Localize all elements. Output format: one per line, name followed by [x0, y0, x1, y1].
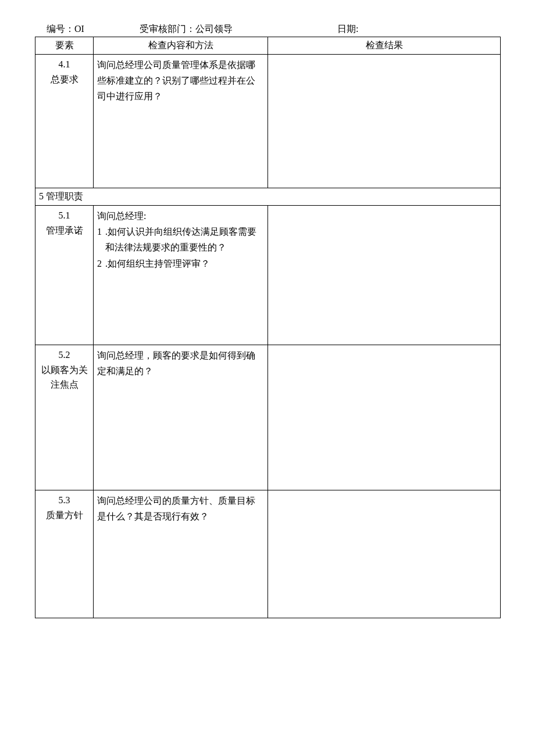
table-row: 5.1 管理承诺 询问总经理: 1 .如何认识并向组织传达满足顾客需要和法律法规… — [35, 206, 501, 345]
element-name: 以顾客为关注焦点 — [39, 363, 90, 392]
audit-dept: 受审核部门：公司领导 — [105, 23, 302, 35]
meta-row: 编号：OI 受审核部门：公司领导 日期: — [35, 23, 500, 35]
list-item: 1 .如何认识并向组织传达满足顾客需要和法律法规要求的重要性的？ — [97, 224, 264, 255]
result-cell — [268, 490, 501, 618]
result-cell — [268, 206, 501, 345]
result-cell — [268, 55, 501, 188]
list-number: 2 — [97, 256, 105, 271]
element-number: 5.2 — [39, 347, 90, 363]
element-number: 4.1 — [39, 57, 90, 72]
numbered-list: 1 .如何认识并向组织传达满足顾客需要和法律法规要求的重要性的？ 2 .如何组织… — [97, 224, 264, 271]
header-result: 检查结果 — [268, 37, 501, 55]
audit-table: 要素 检查内容和方法 检查结果 4.1 总要求 询问总经理公司质量管理体系是依据… — [35, 37, 501, 618]
doc-date: 日期: — [302, 23, 500, 35]
table-row: 5.3 质量方针 询问总经理公司的质量方针、质量目标是什么？其是否现行有效？ — [35, 490, 501, 618]
list-item: 2 .如何组织主持管理评审？ — [97, 256, 264, 271]
element-number: 5.1 — [39, 208, 90, 223]
list-text: .如何组织主持管理评审？ — [105, 256, 264, 271]
element-cell: 4.1 总要求 — [35, 55, 94, 188]
content-cell: 询问总经理公司质量管理体系是依据哪些标准建立的？识别了哪些过程并在公司中进行应用… — [94, 55, 268, 188]
section-title: 5 管理职责 — [35, 188, 501, 206]
table-row: 5.2 以顾客为关注焦点 询问总经理，顾客的要求是如何得到确定和满足的？ — [35, 345, 501, 490]
table-header-row: 要素 检查内容和方法 检查结果 — [35, 37, 501, 55]
element-cell: 5.2 以顾客为关注焦点 — [35, 345, 94, 490]
content-intro: 询问总经理: — [97, 208, 264, 224]
header-content: 检查内容和方法 — [94, 37, 268, 55]
section-row: 5 管理职责 — [35, 188, 501, 206]
element-name: 管理承诺 — [39, 223, 90, 238]
header-element: 要素 — [35, 37, 94, 55]
list-text: .如何认识并向组织传达满足顾客需要和法律法规要求的重要性的？ — [105, 224, 264, 255]
list-number: 1 — [97, 224, 105, 255]
content-cell: 询问总经理公司的质量方针、质量目标是什么？其是否现行有效？ — [94, 490, 268, 618]
element-cell: 5.3 质量方针 — [35, 490, 94, 618]
content-cell: 询问总经理，顾客的要求是如何得到确定和满足的？ — [94, 345, 268, 490]
result-cell — [268, 345, 501, 490]
table-row: 4.1 总要求 询问总经理公司质量管理体系是依据哪些标准建立的？识别了哪些过程并… — [35, 55, 501, 188]
element-name: 总要求 — [39, 72, 90, 87]
doc-id: 编号：OI — [35, 23, 105, 35]
element-number: 5.3 — [39, 493, 90, 508]
element-cell: 5.1 管理承诺 — [35, 206, 94, 345]
content-cell: 询问总经理: 1 .如何认识并向组织传达满足顾客需要和法律法规要求的重要性的？ … — [94, 206, 268, 345]
element-name: 质量方针 — [39, 508, 90, 523]
